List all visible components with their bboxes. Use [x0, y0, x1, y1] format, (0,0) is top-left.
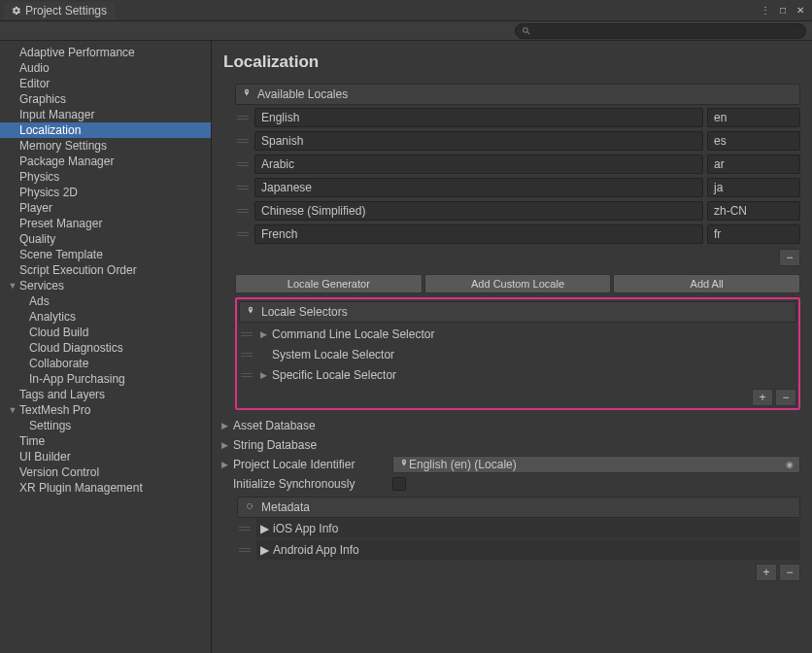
sidebar-item-input-manager[interactable]: Input Manager	[0, 107, 211, 122]
sidebar-item-ads[interactable]: Ads	[0, 293, 211, 309]
sidebar-item-cloud-build[interactable]: Cloud Build	[0, 325, 211, 340]
search-input[interactable]	[535, 25, 799, 37]
sidebar-item-textmesh-pro[interactable]: ▼TextMesh Pro	[0, 402, 211, 418]
locale-row[interactable]: Chinese (Simplified) zh-CN	[235, 200, 800, 222]
sidebar-item-physics-2d[interactable]: Physics 2D	[0, 185, 211, 200]
chevron-down-icon: ▼	[8, 281, 17, 291]
drag-handle-icon[interactable]	[237, 113, 249, 122]
drag-handle-icon[interactable]	[237, 229, 249, 239]
selector-row[interactable]: ▶ Command Line Locale Selector	[239, 325, 796, 344]
chevron-right-icon[interactable]: ▶	[220, 460, 229, 469]
title-bar: Project Settings ⋮ □ ✕	[0, 0, 812, 21]
locale-selectors-label: Locale Selectors	[261, 305, 348, 319]
sidebar-item-audio[interactable]: Audio	[0, 60, 211, 76]
page-title: Localization	[220, 49, 800, 84]
chevron-right-icon[interactable]: ▶	[258, 329, 268, 339]
remove-selector-button[interactable]: −	[775, 389, 796, 406]
sidebar-item-package-manager[interactable]: Package Manager	[0, 154, 211, 169]
sidebar-item-preset-manager[interactable]: Preset Manager	[0, 216, 211, 231]
sidebar-item-version-control[interactable]: Version Control	[0, 464, 211, 480]
chevron-right-icon[interactable]: ▶	[220, 440, 229, 450]
locale-name-field[interactable]: French	[254, 224, 703, 244]
drag-handle-icon[interactable]	[239, 545, 251, 555]
locale-row[interactable]: English en	[235, 107, 800, 128]
sidebar-item-collaborate[interactable]: Collaborate	[0, 356, 211, 371]
sidebar-item-xr-plugin-management[interactable]: XR Plugin Management	[0, 480, 211, 496]
sidebar-item-quality[interactable]: Quality	[0, 231, 211, 247]
object-picker-icon[interactable]: ◉	[786, 460, 794, 469]
locale-generator-button[interactable]: Locale Generator	[235, 274, 423, 293]
search-box[interactable]	[515, 23, 806, 39]
sidebar-item-in-app-purchasing[interactable]: In-App Purchasing	[0, 371, 211, 387]
selector-row[interactable]: ▶ Specific Locale Selector	[239, 365, 796, 385]
locale-name-field[interactable]: Arabic	[254, 155, 703, 174]
metadata-item-row[interactable]: ▶ Android App Info	[237, 540, 800, 560]
kebab-icon[interactable]: ⋮	[758, 3, 773, 18]
metadata-item-row[interactable]: ▶ iOS App Info	[237, 519, 800, 538]
locale-code-field[interactable]: ja	[707, 178, 800, 197]
sidebar-item-graphics[interactable]: Graphics	[0, 91, 211, 107]
metadata-icon	[244, 500, 255, 515]
remove-locale-button[interactable]: −	[779, 249, 800, 266]
locale-row[interactable]: Spanish es	[235, 130, 800, 152]
sidebar-item-scene-template[interactable]: Scene Template	[0, 247, 211, 262]
add-custom-locale-button[interactable]: Add Custom Locale	[424, 274, 612, 293]
drag-handle-icon[interactable]	[237, 206, 249, 216]
main-panel: Localization Available Locales English e…	[212, 41, 812, 653]
add-all-button[interactable]: Add All	[613, 274, 800, 293]
locale-code-field[interactable]: zh-CN	[707, 201, 800, 221]
add-metadata-button[interactable]: +	[756, 564, 777, 581]
sidebar-item-cloud-diagnostics[interactable]: Cloud Diagnostics	[0, 340, 211, 356]
pin-icon	[246, 305, 255, 319]
drag-handle-icon[interactable]	[237, 159, 249, 169]
project-locale-dropdown[interactable]: English (en) (Locale) ◉	[392, 456, 800, 473]
maximize-icon[interactable]: □	[775, 3, 791, 18]
string-database-row[interactable]: ▶ String Database	[220, 435, 800, 455]
locale-name-field[interactable]: Japanese	[254, 178, 703, 197]
locale-name-field[interactable]: English	[254, 108, 703, 127]
locale-name-field[interactable]: Chinese (Simplified)	[254, 201, 703, 221]
sidebar-item-memory-settings[interactable]: Memory Settings	[0, 138, 211, 154]
locale-code-field[interactable]: en	[707, 108, 800, 127]
pin-icon	[399, 458, 409, 471]
drag-handle-icon[interactable]	[241, 329, 253, 339]
sidebar-item-analytics[interactable]: Analytics	[0, 309, 211, 325]
sidebar-item-localization[interactable]: Localization	[0, 122, 211, 138]
initialize-synchronously-row: ▶ Initialize Synchronously	[220, 474, 800, 494]
sidebar-item-physics[interactable]: Physics	[0, 169, 211, 185]
locale-row[interactable]: Japanese ja	[235, 177, 800, 198]
add-selector-button[interactable]: +	[752, 389, 773, 406]
init-sync-checkbox[interactable]	[392, 477, 406, 491]
drag-handle-icon[interactable]	[239, 524, 251, 533]
remove-metadata-button[interactable]: −	[779, 564, 800, 581]
drag-handle-icon[interactable]	[241, 350, 253, 360]
locale-code-field[interactable]: fr	[707, 224, 800, 244]
locale-code-field[interactable]: ar	[707, 155, 800, 174]
sidebar-item-time[interactable]: Time	[0, 433, 211, 449]
chevron-right-icon[interactable]: ▶	[260, 543, 269, 557]
drag-handle-icon[interactable]	[237, 136, 249, 146]
asset-database-row[interactable]: ▶ Asset Database	[220, 416, 800, 435]
sidebar-item-script-execution-order[interactable]: Script Execution Order	[0, 262, 211, 278]
locale-name-field[interactable]: Spanish	[254, 131, 703, 151]
locale-code-field[interactable]: es	[707, 131, 800, 151]
sidebar-item-settings[interactable]: Settings	[0, 418, 211, 433]
sidebar-item-services[interactable]: ▼Services	[0, 278, 211, 293]
available-locales-label: Available Locales	[257, 87, 348, 101]
drag-handle-icon[interactable]	[241, 370, 253, 380]
sidebar-item-player[interactable]: Player	[0, 200, 211, 216]
sidebar-item-tags-layers[interactable]: Tags and Layers	[0, 387, 211, 402]
locale-row[interactable]: Arabic ar	[235, 154, 800, 175]
sidebar-item-adaptive-performance[interactable]: Adaptive Performance	[0, 45, 211, 60]
chevron-right-icon[interactable]: ▶	[260, 522, 269, 535]
selector-row[interactable]: ▶ System Locale Selector	[239, 345, 796, 364]
pin-icon	[242, 87, 252, 101]
chevron-right-icon[interactable]: ▶	[220, 421, 229, 430]
locale-row[interactable]: French fr	[235, 223, 800, 245]
drag-handle-icon[interactable]	[237, 183, 249, 192]
close-icon[interactable]: ✕	[793, 3, 808, 18]
sidebar-item-ui-builder[interactable]: UI Builder	[0, 449, 211, 464]
sidebar-item-editor[interactable]: Editor	[0, 76, 211, 91]
chevron-right-icon[interactable]: ▶	[258, 370, 268, 380]
window-tab[interactable]: Project Settings	[4, 2, 115, 19]
